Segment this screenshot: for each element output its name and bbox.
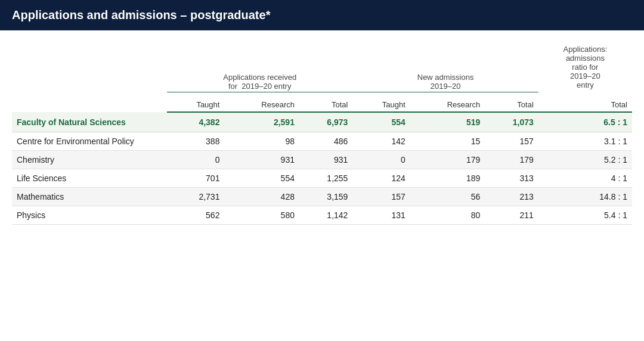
cell-value: 4 : 1	[538, 169, 632, 188]
research-2-header: Research	[410, 97, 485, 112]
ratio-header: Applications:admissionsratio for2019–20e…	[538, 42, 632, 92]
total-ratio-header: Total	[538, 97, 632, 112]
app-received-header: Applications receivedfor 2019–20 entry	[167, 42, 352, 92]
total-2-header: Total	[485, 97, 538, 112]
cell-value: 580	[224, 206, 299, 225]
new-admissions-header: New admissions2019–20	[352, 42, 538, 92]
group-header-row: Applications receivedfor 2019–20 entry N…	[12, 42, 632, 92]
cell-value: 157	[485, 132, 538, 151]
table-row: Centre for Environmental Policy388984861…	[12, 132, 632, 151]
cell-value: 554	[352, 112, 410, 132]
taught-2-header: Taught	[352, 97, 410, 112]
cell-value: 14.8 : 1	[538, 188, 632, 206]
row-label: Faculty of Natural Sciences	[12, 112, 167, 132]
cell-value: 1,073	[485, 112, 538, 132]
cell-value: 6,973	[299, 112, 352, 132]
cell-value: 2,591	[224, 112, 299, 132]
table-container: Applications receivedfor 2019–20 entry N…	[0, 30, 644, 237]
cell-value: 388	[167, 132, 224, 151]
cell-value: 554	[224, 169, 299, 188]
table-row: Chemistry093193101791795.2 : 1	[12, 151, 632, 169]
cell-value: 931	[224, 151, 299, 169]
cell-value: 98	[224, 132, 299, 151]
cell-value: 562	[167, 206, 224, 225]
taught-1-header: Taught	[167, 97, 224, 112]
cell-value: 931	[299, 151, 352, 169]
cell-value: 486	[299, 132, 352, 151]
cell-value: 124	[352, 169, 410, 188]
cell-value: 179	[485, 151, 538, 169]
label-sub-header	[12, 97, 167, 112]
page-wrapper: Applications and admissions – postgradua…	[0, 0, 644, 237]
cell-value: 5.4 : 1	[538, 206, 632, 225]
table-row: Mathematics2,7314283,1591575621314.8 : 1	[12, 188, 632, 206]
cell-value: 0	[167, 151, 224, 169]
page-header: Applications and admissions – postgradua…	[0, 0, 644, 30]
cell-value: 4,382	[167, 112, 224, 132]
research-1-header: Research	[224, 97, 299, 112]
row-label: Chemistry	[12, 151, 167, 169]
cell-value: 2,731	[167, 188, 224, 206]
cell-value: 80	[410, 206, 485, 225]
page-title: Applications and admissions – postgradua…	[12, 8, 270, 21]
cell-value: 142	[352, 132, 410, 151]
total-1-header: Total	[299, 97, 352, 112]
cell-value: 428	[224, 188, 299, 206]
row-label: Physics	[12, 206, 167, 225]
cell-value: 15	[410, 132, 485, 151]
cell-value: 211	[485, 206, 538, 225]
data-table: Applications receivedfor 2019–20 entry N…	[12, 42, 632, 225]
cell-value: 3,159	[299, 188, 352, 206]
cell-value: 0	[352, 151, 410, 169]
cell-value: 131	[352, 206, 410, 225]
empty-header-cell	[12, 42, 167, 92]
table-row: Life Sciences7015541,2551241893134 : 1	[12, 169, 632, 188]
cell-value: 213	[485, 188, 538, 206]
cell-value: 5.2 : 1	[538, 151, 632, 169]
cell-value: 6.5 : 1	[538, 112, 632, 132]
sub-header-row: Taught Research Total Taught Research To…	[12, 97, 632, 112]
cell-value: 189	[410, 169, 485, 188]
cell-value: 1,142	[299, 206, 352, 225]
spacer-row	[12, 92, 632, 97]
cell-value: 313	[485, 169, 538, 188]
cell-value: 56	[410, 188, 485, 206]
cell-value: 3.1 : 1	[538, 132, 632, 151]
row-label: Centre for Environmental Policy	[12, 132, 167, 151]
cell-value: 701	[167, 169, 224, 188]
cell-value: 179	[410, 151, 485, 169]
cell-value: 157	[352, 188, 410, 206]
row-label: Life Sciences	[12, 169, 167, 188]
row-label: Mathematics	[12, 188, 167, 206]
cell-value: 519	[410, 112, 485, 132]
table-row: Physics5625801,142131802115.4 : 1	[12, 206, 632, 225]
faculty-row: Faculty of Natural Sciences4,3822,5916,9…	[12, 112, 632, 132]
cell-value: 1,255	[299, 169, 352, 188]
